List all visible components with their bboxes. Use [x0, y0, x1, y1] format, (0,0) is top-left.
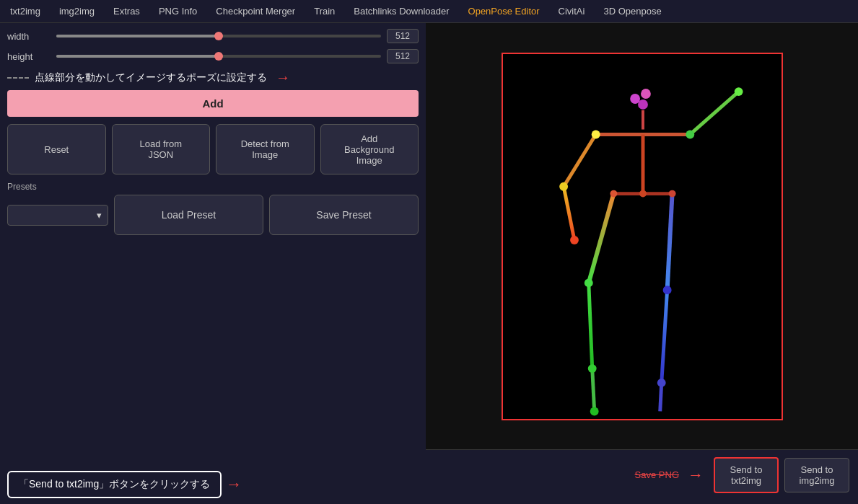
- send-annotation-bubble: 「Send to txt2img」ボタンをクリックする: [7, 471, 222, 498]
- width-slider-track[interactable]: [56, 35, 381, 37]
- svg-point-26: [584, 278, 592, 287]
- svg-point-21: [559, 182, 568, 190]
- add-background-image-button[interactable]: AddBackgroundImage: [320, 124, 419, 174]
- pose-svg: [503, 54, 782, 419]
- presets-section: Presets ▾ Load Preset Save Preset: [7, 182, 419, 235]
- svg-point-24: [610, 190, 617, 197]
- chevron-down-icon: ▾: [97, 210, 102, 221]
- reset-button[interactable]: Reset: [7, 124, 106, 174]
- pose-canvas[interactable]: [502, 53, 783, 420]
- save-png-arrow-icon: →: [688, 466, 704, 485]
- detect-from-image-button[interactable]: Detect fromImage: [216, 124, 315, 174]
- instruction-text: 点線部分を動かしてイメージするポーズに設定する: [35, 71, 267, 84]
- right-panel: Save PNG → Send totxt2img Send toimg2img: [426, 23, 858, 500]
- nav-extras[interactable]: Extras: [110, 4, 143, 18]
- nav-img2img[interactable]: img2img: [56, 4, 97, 18]
- nav-png-info[interactable]: PNG Info: [156, 4, 200, 18]
- svg-line-17: [660, 382, 661, 411]
- nav-train[interactable]: Train: [311, 4, 338, 18]
- save-png-row: Save PNG →: [635, 466, 708, 485]
- svg-point-23: [639, 190, 647, 197]
- svg-point-29: [662, 286, 671, 294]
- svg-point-4: [638, 99, 648, 109]
- svg-point-30: [657, 378, 665, 386]
- nav-civitai[interactable]: CivitAi: [556, 4, 588, 18]
- svg-line-14: [592, 368, 594, 411]
- save-preset-button[interactable]: Save Preset: [269, 195, 419, 235]
- send-to-img2img-button[interactable]: Send toimg2img: [784, 458, 849, 492]
- nav-txt2img[interactable]: txt2img: [7, 4, 43, 18]
- nav-batchlinks[interactable]: Batchlinks Downloader: [351, 4, 452, 18]
- svg-point-19: [686, 130, 694, 138]
- svg-point-3: [641, 89, 651, 99]
- width-slider-row: width: [7, 29, 419, 43]
- svg-point-25: [668, 190, 675, 197]
- send-to-txt2img-button[interactable]: Send totxt2img: [714, 457, 779, 493]
- load-preset-button[interactable]: Load Preset: [114, 195, 263, 235]
- width-value-input[interactable]: [387, 29, 419, 43]
- svg-point-28: [590, 407, 598, 415]
- svg-point-22: [570, 236, 579, 244]
- height-label: height: [7, 51, 51, 62]
- canvas-area[interactable]: [426, 23, 858, 449]
- nav-checkpoint-merger[interactable]: Checkpoint Merger: [213, 4, 298, 18]
- presets-dropdown[interactable]: ▾: [7, 205, 108, 226]
- load-from-json-button[interactable]: Load fromJSON: [112, 124, 211, 174]
- instruction-bar: 点線部分を動かしてイメージするポーズに設定する →: [7, 69, 419, 86]
- presets-row: ▾ Load Preset Save Preset: [7, 195, 419, 235]
- height-slider-track[interactable]: [56, 55, 381, 58]
- bottom-arrow-right-icon: →: [226, 475, 242, 494]
- presets-label: Presets: [7, 182, 419, 192]
- svg-point-27: [587, 364, 596, 373]
- main-layout: width height 点線部分を動かしてイメージするポーズに設定する → A…: [0, 23, 858, 500]
- bottom-annotation-area: 「Send to txt2img」ボタンをクリックする →: [0, 471, 426, 498]
- save-png-text: Save PNG: [635, 469, 679, 480]
- svg-point-20: [734, 87, 743, 96]
- nav-openpose-editor[interactable]: OpenPose Editor: [465, 4, 543, 18]
- svg-point-18: [591, 130, 600, 138]
- dotted-line-decoration: [7, 77, 29, 79]
- left-panel: width height 点線部分を動かしてイメージするポーズに設定する → A…: [0, 23, 426, 500]
- top-navigation: txt2img img2img Extras PNG Info Checkpoi…: [0, 0, 858, 23]
- bottom-bar: Save PNG → Send totxt2img Send toimg2img: [426, 449, 858, 500]
- height-slider-row: height: [7, 49, 419, 63]
- action-buttons-row: Reset Load fromJSON Detect fromImage Add…: [7, 124, 419, 174]
- height-value-input[interactable]: [387, 49, 419, 63]
- width-label: width: [7, 31, 51, 42]
- add-button[interactable]: Add: [7, 90, 419, 117]
- arrow-right-icon: →: [276, 69, 290, 86]
- nav-3d-openpose[interactable]: 3D Openpose: [600, 4, 664, 18]
